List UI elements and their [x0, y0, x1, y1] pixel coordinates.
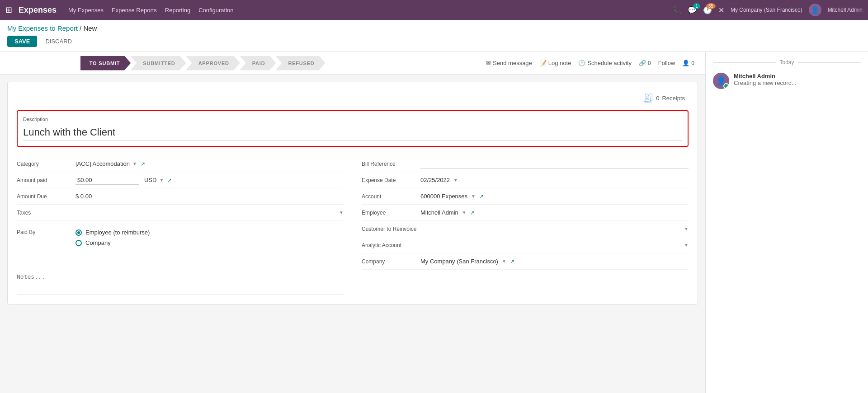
- employee-arrow[interactable]: ▼: [462, 210, 467, 215]
- analytic-account-arrow[interactable]: ▼: [684, 243, 689, 248]
- paid-by-employee[interactable]: Employee (to reimburse): [75, 229, 150, 236]
- status-approved[interactable]: APPROVED: [186, 56, 240, 70]
- employee-external-link[interactable]: ↗: [470, 210, 475, 216]
- main-layout: TO SUBMIT SUBMITTED APPROVED PAID REFUSE…: [0, 52, 868, 393]
- close-icon[interactable]: ✕: [718, 6, 724, 14]
- currency-text: USD: [144, 177, 156, 183]
- chatter-sidebar: Today 👤 Mitchell Admin Creating a new re…: [705, 52, 868, 393]
- chatter-message: 👤 Mitchell Admin Creating a new record..…: [713, 73, 861, 89]
- taxes-arrow[interactable]: ▼: [339, 210, 344, 215]
- paid-by-company[interactable]: Company: [75, 239, 150, 246]
- taxes-value: ▼: [75, 211, 344, 215]
- status-bar: TO SUBMIT SUBMITTED APPROVED PAID REFUSE…: [0, 52, 705, 75]
- company-arrow[interactable]: ▼: [502, 259, 506, 264]
- customer-reinvoice-arrow[interactable]: ▼: [684, 226, 689, 231]
- avatar[interactable]: 👤: [809, 4, 821, 16]
- expense-date-arrow[interactable]: ▼: [453, 178, 458, 182]
- company-value: My Company (San Francisco) ▼ ↗: [420, 256, 689, 267]
- amount-paid-input[interactable]: [75, 176, 139, 185]
- employee-radio-label: Employee (to reimburse): [85, 229, 150, 236]
- paid-by-options: Employee (to reimburse) Company: [75, 225, 150, 250]
- analytic-account-value: ▼: [420, 243, 689, 247]
- category-arrow: ▼: [132, 161, 137, 166]
- follow-button[interactable]: Follow: [658, 60, 675, 66]
- form-fields-row: Category [ACC] Accomodation ▼ ↗ Amount p…: [17, 156, 689, 295]
- receipts-button[interactable]: 🧾 0 Receipts: [640, 91, 689, 105]
- company-field-label: Company: [362, 256, 420, 267]
- company-external-link[interactable]: ↗: [510, 258, 514, 265]
- message-icon[interactable]: 🕐 35: [703, 6, 712, 14]
- analytic-account-field: Analytic Account ▼: [362, 237, 689, 253]
- expense-date-value: 02/25/2022 ▼: [420, 175, 689, 185]
- menu-my-expenses[interactable]: My Expenses: [68, 7, 104, 14]
- company-radio[interactable]: [75, 240, 82, 246]
- status-to-submit[interactable]: TO SUBMIT: [80, 56, 131, 70]
- notes-area: [17, 268, 344, 295]
- chatter-msg-text: Creating a new record...: [734, 80, 861, 86]
- main-menu: My Expenses Expense Reports Reporting Co…: [68, 7, 669, 14]
- receipt-icon: 🧾: [643, 93, 653, 103]
- currency-arrow[interactable]: ▼: [159, 178, 164, 182]
- phone-icon[interactable]: 📞: [672, 6, 681, 14]
- form-area: TO SUBMIT SUBMITTED APPROVED PAID REFUSE…: [0, 52, 705, 393]
- chatter-actions: ✉ Send message 📝 Log note 🕐 Schedule act…: [486, 60, 705, 66]
- notification-badge: 1: [693, 3, 700, 9]
- status-paid[interactable]: PAID: [240, 56, 276, 70]
- log-note-button[interactable]: 📝 Log note: [539, 60, 571, 66]
- employee-text: Mitchell Admin: [420, 209, 458, 216]
- form-content: 🧾 0 Receipts Description: [0, 75, 705, 312]
- send-message-button[interactable]: ✉ Send message: [486, 60, 532, 66]
- menu-configuration[interactable]: Configuration: [198, 7, 233, 14]
- breadcrumb: My Expenses to Report / New: [7, 24, 861, 32]
- account-external-link[interactable]: ↗: [479, 193, 484, 200]
- form-left-col: Category [ACC] Accomodation ▼ ↗ Amount p…: [17, 156, 344, 295]
- followers-button[interactable]: 👤 0: [682, 60, 694, 66]
- bill-reference-label: Bill Reference: [362, 158, 420, 170]
- menu-reporting[interactable]: Reporting: [165, 7, 190, 14]
- employee-label: Employee: [362, 207, 420, 219]
- chatter-avatar: 👤: [713, 73, 729, 89]
- grid-icon[interactable]: ⊞: [5, 5, 12, 15]
- action-buttons: SAVE DISCARD: [7, 36, 861, 51]
- bill-reference-input[interactable]: [420, 159, 689, 168]
- status-submitted[interactable]: SUBMITTED: [130, 56, 186, 70]
- save-button[interactable]: SAVE: [7, 36, 37, 47]
- discard-button[interactable]: DISCARD: [41, 36, 76, 47]
- app-title: Expenses: [19, 5, 57, 15]
- breadcrumb-parent[interactable]: My Expenses to Report: [7, 24, 78, 32]
- category-text: [ACC] Accomodation: [75, 160, 130, 167]
- taxes-label: Taxes: [17, 207, 75, 219]
- bill-reference-value: [420, 158, 689, 170]
- employee-field: Employee Mitchell Admin ▼ ↗: [362, 205, 689, 221]
- account-arrow[interactable]: ▼: [471, 194, 476, 199]
- employee-radio[interactable]: [75, 229, 82, 236]
- description-input[interactable]: [23, 125, 682, 140]
- user-name: Mitchell Admin: [828, 7, 863, 13]
- attachment-button[interactable]: 🔗 0: [639, 60, 651, 66]
- menu-expense-reports[interactable]: Expense Reports: [112, 7, 157, 14]
- schedule-activity-button[interactable]: 🕐 Schedule activity: [578, 60, 632, 66]
- expense-date-label: Expense Date: [362, 174, 420, 186]
- currency-external-link[interactable]: ↗: [167, 177, 172, 183]
- form-right-col: Bill Reference Expense Date 02/25/2022 ▼: [362, 156, 689, 295]
- notification-icon[interactable]: 💬 1: [688, 6, 697, 14]
- customer-reinvoice-label: Customer to Reinvoice: [362, 223, 420, 235]
- message-badge: 35: [706, 3, 716, 9]
- customer-reinvoice-field: Customer to Reinvoice ▼: [362, 221, 689, 237]
- description-section: Description: [17, 110, 689, 147]
- category-field: Category [ACC] Accomodation ▼ ↗: [17, 156, 344, 172]
- expense-form-card: 🧾 0 Receipts Description: [7, 82, 698, 304]
- clock-icon: 🕐: [578, 60, 585, 66]
- status-steps: TO SUBMIT SUBMITTED APPROVED PAID REFUSE…: [80, 56, 326, 70]
- bill-reference-field: Bill Reference: [362, 156, 689, 172]
- send-message-icon: ✉: [486, 60, 491, 66]
- clip-icon: 🔗: [639, 60, 646, 66]
- top-right-icons: 📞 💬 1 🕐 35 ✕ My Company (San Francisco) …: [672, 4, 863, 16]
- notes-input[interactable]: [17, 273, 344, 287]
- receipts-area: 🧾 0 Receipts: [17, 91, 689, 105]
- chatter-user-name: Mitchell Admin: [734, 73, 861, 80]
- status-refused[interactable]: REFUSED: [275, 56, 325, 70]
- breadcrumb-current: New: [83, 24, 97, 32]
- category-external-link[interactable]: ↗: [141, 161, 145, 167]
- amount-paid-label: Amount paid: [17, 174, 75, 186]
